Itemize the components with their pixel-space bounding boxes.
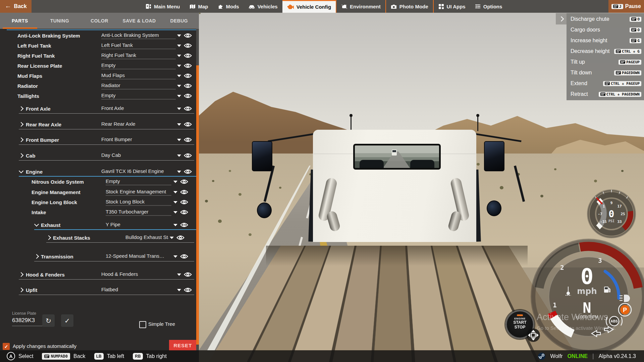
part-row-hood-fenders[interactable]: Hood & Fenders Hood & Fenders [0, 269, 199, 280]
part-value-dropdown[interactable]: Gavril TCX I6 Diesel Engine [101, 168, 176, 175]
part-row-engine-long-block[interactable]: Engine Long Block Stock Long Block [0, 197, 199, 207]
dropdown-arrow-icon[interactable] [177, 171, 181, 173]
dropdown-arrow-icon[interactable] [177, 155, 181, 157]
dropdown-arrow-icon[interactable] [177, 274, 181, 276]
chevron-right-icon[interactable] [46, 235, 51, 240]
eye-icon[interactable] [184, 93, 192, 99]
eye-icon[interactable] [180, 199, 188, 205]
apply-changes-checkbox[interactable]: ✓ [3, 343, 10, 350]
chevron-right-icon[interactable] [34, 254, 39, 259]
menu-item-photo-mode[interactable]: Photo Mode [386, 0, 433, 13]
part-row-engine[interactable]: Engine Gavril TCX I6 Diesel Engine [0, 167, 199, 177]
eye-icon[interactable] [184, 106, 192, 111]
chevron-down-icon[interactable] [34, 222, 39, 227]
part-value-dropdown[interactable]: 12-Speed Manual Trans… [106, 253, 171, 260]
eye-icon[interactable] [180, 254, 188, 259]
part-row-intake[interactable]: Intake T350 Turbocharger [0, 207, 199, 217]
menu-item-vehicles[interactable]: Vehicles [244, 0, 282, 13]
part-value-dropdown[interactable]: Anti-Lock Braking System [101, 32, 176, 39]
dropdown-arrow-icon[interactable] [177, 35, 181, 37]
part-value-dropdown[interactable]: Rear Rear Axle [101, 121, 176, 128]
menu-item-map[interactable]: Map [185, 0, 213, 13]
eye-icon[interactable] [184, 153, 192, 158]
chevron-right-icon[interactable] [19, 288, 23, 292]
simple-tree-checkbox[interactable] [139, 321, 146, 328]
menu-action-extend[interactable]: Extend CTRL + PAGEUP [567, 78, 644, 89]
dropdown-arrow-icon[interactable] [173, 201, 177, 203]
dropdown-arrow-icon[interactable] [173, 224, 177, 226]
menu-item-options[interactable]: Options [470, 0, 507, 13]
menu-action-tilt-down[interactable]: Tilt down PAGEDOWN [567, 67, 644, 78]
eye-icon[interactable] [184, 272, 192, 277]
menu-action-retract[interactable]: Retract CTRL + PAGEDOWN [567, 89, 644, 100]
menu-item-ui-apps[interactable]: UI Apps [434, 0, 470, 13]
dropdown-arrow-icon[interactable] [173, 181, 177, 183]
dropdown-arrow-icon[interactable] [170, 237, 174, 239]
part-value-dropdown[interactable]: Bulldog Exhaust Sta… [125, 234, 168, 241]
eye-icon[interactable] [184, 63, 192, 68]
part-row-upfit[interactable]: Upfit Flatbed [0, 285, 199, 295]
part-value-dropdown[interactable]: Empty [106, 178, 171, 185]
part-value-dropdown[interactable]: Flatbed [101, 287, 176, 294]
reset-button[interactable]: RESET [169, 340, 197, 351]
dropdown-arrow-icon[interactable] [177, 75, 181, 77]
part-value-dropdown[interactable]: Empty [101, 62, 176, 69]
eye-icon[interactable] [184, 73, 192, 78]
menu-item-environment[interactable]: Environment [336, 0, 385, 13]
part-value-dropdown[interactable]: Mud Flaps [101, 72, 176, 79]
tab-color[interactable]: COLOR [79, 13, 119, 29]
part-value-dropdown[interactable]: Empty [101, 93, 176, 100]
dropdown-arrow-icon[interactable] [177, 108, 181, 110]
menu-action-tilt-up[interactable]: Tilt up PAGEUP [567, 57, 644, 67]
dropdown-arrow-icon[interactable] [177, 123, 181, 126]
part-row-front-axle[interactable]: Front Axle Front Axle [0, 104, 199, 114]
dropdown-arrow-icon[interactable] [177, 55, 181, 57]
part-value-dropdown[interactable]: Y Pipe [106, 222, 171, 229]
menu-action-discharge-chute[interactable]: Discharge chute O [567, 14, 644, 24]
part-row-exhaust-stacks[interactable]: Exhaust Stacks Bulldog Exhaust Sta… [0, 233, 199, 243]
back-button[interactable]: ← Back [0, 0, 32, 13]
part-row-cab[interactable]: Cab Day Cab [0, 150, 199, 161]
tab-parts[interactable]: PARTS [0, 13, 40, 29]
dropdown-arrow-icon[interactable] [173, 255, 177, 258]
eye-icon[interactable] [184, 53, 192, 58]
part-row-rear-rear-axle[interactable]: Rear Rear Axle Rear Rear Axle [0, 119, 199, 129]
dropdown-arrow-icon[interactable] [177, 45, 181, 47]
chevron-right-icon[interactable] [19, 106, 23, 111]
dropdown-arrow-icon[interactable] [177, 85, 181, 87]
eye-icon[interactable] [184, 287, 192, 293]
menu-item-vehicle-config-active[interactable]: Vehicle Config [282, 0, 336, 13]
eye-icon[interactable] [184, 169, 192, 174]
menu-item-mods[interactable]: Mods [213, 0, 244, 13]
part-value-dropdown[interactable]: Stock Engine Management [106, 189, 171, 196]
camera-dpad-icon[interactable] [526, 328, 540, 342]
menu-action-decrease-height[interactable]: Decrease height CTRL + G [567, 46, 644, 57]
context-menu-collapse-handle[interactable] [556, 13, 567, 24]
eye-icon[interactable] [180, 189, 188, 195]
tab-debug[interactable]: DEBUG [159, 13, 199, 29]
eye-icon[interactable] [176, 235, 184, 240]
chevron-down-icon[interactable] [19, 169, 23, 173]
chevron-right-icon[interactable] [19, 137, 23, 142]
chevron-right-icon[interactable] [19, 122, 23, 127]
part-value-dropdown[interactable]: Stock Long Block [106, 199, 171, 206]
dropdown-arrow-icon[interactable] [173, 191, 177, 193]
part-value-dropdown[interactable]: Right Fuel Tank [101, 52, 176, 59]
eye-icon[interactable] [180, 222, 188, 228]
eye-icon[interactable] [184, 137, 192, 142]
pause-button[interactable]: J Pause [608, 0, 644, 13]
eye-icon[interactable] [184, 33, 192, 38]
part-row-mud-flaps[interactable]: Mud Flaps Mud Flaps [0, 71, 199, 81]
dropdown-arrow-icon[interactable] [173, 211, 177, 214]
part-row-taillights[interactable]: Taillights Empty [0, 91, 199, 101]
panel-scrollbar-thumb[interactable] [196, 65, 199, 345]
part-row-nitrous[interactable]: Nitrous Oxide System Empty [0, 177, 199, 187]
part-value-dropdown[interactable]: Front Bumper [101, 136, 176, 143]
part-row-left-fuel-tank[interactable]: Left Fuel Tank Left Fuel Tank [0, 41, 199, 51]
menu-action-increase-height[interactable]: Increase height G [567, 35, 644, 46]
part-row-rear-license-plate[interactable]: Rear License Plate Empty [0, 61, 199, 71]
eye-icon[interactable] [180, 179, 188, 184]
menu-action-cargo-doors[interactable]: Cargo doors O [567, 24, 644, 35]
part-value-dropdown[interactable]: Front Axle [101, 105, 176, 112]
part-value-dropdown[interactable]: Radiator [101, 82, 176, 89]
